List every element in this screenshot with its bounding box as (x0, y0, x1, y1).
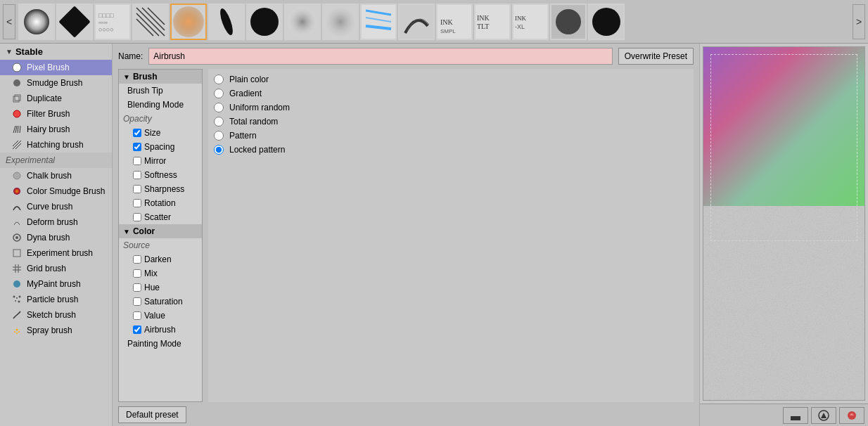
tree-item-blending-mode[interactable]: Blending Mode (119, 98, 202, 112)
preset-4[interactable] (132, 4, 169, 40)
gradient-radio[interactable] (214, 89, 224, 98)
name-label: Name: (118, 51, 143, 61)
sidebar-item-deform-brush[interactable]: Deform brush (0, 214, 112, 230)
sidebar-item-experiment-brush[interactable]: Experiment brush (0, 245, 112, 261)
preset-5-airbrush[interactable] (170, 4, 207, 40)
pattern-radio[interactable] (214, 131, 224, 141)
preset-15[interactable] (550, 4, 587, 40)
tree-item-softness[interactable]: Softness (119, 168, 202, 182)
preset-12[interactable]: INK SMPL (436, 4, 473, 40)
tree-item-brush-tip[interactable]: Brush Tip (119, 84, 202, 98)
svg-point-10 (173, 6, 204, 37)
tree-item-value[interactable]: Value (119, 309, 202, 323)
size-checkbox[interactable] (133, 129, 141, 137)
svg-point-24 (556, 9, 581, 34)
preset-9[interactable] (322, 4, 359, 40)
preset-7[interactable] (246, 4, 283, 40)
softness-checkbox[interactable] (133, 171, 141, 179)
sidebar-item-spray-brush[interactable]: Spray brush (0, 323, 112, 338)
svg-point-48 (13, 296, 15, 298)
radio-option-uniform-random[interactable]: Uniform random (214, 103, 688, 112)
sidebar-item-color-smudge-brush[interactable]: Color Smudge Brush (0, 183, 112, 199)
preview-tool-btn-2[interactable] (811, 407, 836, 424)
locked-pattern-radio[interactable] (214, 145, 224, 155)
preset-2[interactable] (56, 4, 93, 40)
svg-point-55 (18, 331, 20, 333)
chalk-brush-icon (11, 170, 23, 181)
mix-checkbox[interactable] (133, 269, 141, 278)
sidebar-item-dyna-brush[interactable]: Dyna brush (0, 230, 112, 245)
sidebar-section-experimental[interactable]: Experimental (0, 153, 112, 168)
uniform-random-radio[interactable] (214, 103, 224, 112)
preset-6[interactable] (208, 4, 245, 40)
hue-checkbox[interactable] (133, 283, 141, 292)
tree-item-darken[interactable]: Darken (119, 252, 202, 266)
svg-line-36 (15, 143, 21, 149)
sidebar-triangle-icon: ▼ (6, 48, 13, 56)
preset-1[interactable] (18, 4, 55, 40)
sidebar-item-hairy-brush[interactable]: Hairy brush (0, 122, 112, 137)
tree-item-rotation[interactable]: Rotation (119, 196, 202, 210)
preset-16[interactable] (588, 4, 625, 40)
tree-item-mirror[interactable]: Mirror (119, 154, 202, 168)
tree-item-spacing[interactable]: Spacing (119, 140, 202, 154)
sidebar-item-mypaint-brush[interactable]: MyPaint brush (0, 276, 112, 292)
preset-8[interactable] (284, 4, 321, 40)
preset-10[interactable] (360, 4, 397, 40)
overwrite-preset-button[interactable]: Overwrite Preset (618, 48, 694, 65)
sidebar-item-pixel-brush[interactable]: Pixel Brush (0, 60, 112, 75)
radio-option-total-random[interactable]: Total random (214, 117, 688, 127)
preset-11[interactable] (398, 4, 435, 40)
sidebar-item-duplicate[interactable]: Duplicate (0, 91, 112, 106)
saturation-checkbox[interactable] (133, 297, 141, 306)
preset-nav-left[interactable]: < (3, 4, 15, 39)
settings-tree: ▼ Brush Brush Tip Blending Mode Opacity (118, 69, 203, 402)
tree-section-color[interactable]: ▼ Color (119, 224, 202, 238)
plain-color-radio[interactable] (214, 75, 224, 84)
sidebar-item-curve-brush[interactable]: Curve brush (0, 199, 112, 214)
preview-tool-btn-1[interactable] (783, 407, 808, 424)
name-input[interactable] (148, 48, 612, 65)
sidebar-item-filter-brush[interactable]: Filter Brush (0, 106, 112, 122)
preview-tool-btn-3[interactable] (839, 407, 864, 424)
darken-checkbox[interactable] (133, 255, 141, 264)
radio-option-locked-pattern[interactable]: Locked pattern (214, 145, 688, 155)
mix-label: Mix (144, 269, 158, 278)
tree-item-size[interactable]: Size (119, 126, 202, 140)
saturation-label: Saturation (144, 297, 183, 306)
dyna-brush-icon (11, 232, 23, 243)
svg-text:INK: INK (477, 14, 490, 22)
total-random-label: Total random (229, 117, 278, 127)
tree-item-saturation[interactable]: Saturation (119, 295, 202, 309)
sidebar-item-sketch-brush[interactable]: Sketch brush (0, 307, 112, 323)
tree-section-brush[interactable]: ▼ Brush (119, 70, 202, 84)
sidebar-item-grid-brush[interactable]: Grid brush (0, 261, 112, 276)
tree-item-mix[interactable]: Mix (119, 266, 202, 280)
preset-3[interactable]: ○○○○ ▫▫▫▫ □□□□ (94, 4, 131, 40)
rotation-checkbox[interactable] (133, 199, 141, 207)
preset-nav-right[interactable]: > (853, 4, 865, 39)
tree-item-painting-mode[interactable]: Painting Mode (119, 337, 202, 351)
preset-14[interactable]: INK -XL (512, 4, 549, 40)
total-random-radio[interactable] (214, 117, 224, 127)
svg-point-0 (24, 9, 49, 34)
mirror-checkbox[interactable] (133, 157, 141, 165)
preset-13[interactable]: INK TLT (474, 4, 511, 40)
radio-option-gradient[interactable]: Gradient (214, 89, 688, 98)
airbrush-checkbox[interactable] (133, 325, 141, 334)
spacing-checkbox[interactable] (133, 143, 141, 151)
radio-option-pattern[interactable]: Pattern (214, 131, 688, 141)
sidebar-item-particle-brush[interactable]: Particle brush (0, 292, 112, 307)
sidebar-item-chalk-brush[interactable]: Chalk brush (0, 168, 112, 183)
tree-item-hue[interactable]: Hue (119, 280, 202, 295)
default-preset-button[interactable]: Default preset (118, 406, 186, 423)
scatter-checkbox[interactable] (133, 213, 141, 221)
sidebar-item-hatching-brush[interactable]: Hatching brush (0, 137, 112, 153)
value-checkbox[interactable] (133, 311, 141, 320)
tree-item-sharpness[interactable]: Sharpness (119, 182, 202, 196)
radio-option-plain-color[interactable]: Plain color (214, 75, 688, 84)
tree-item-airbrush[interactable]: Airbrush (119, 323, 202, 337)
sidebar-item-smudge-brush[interactable]: Smudge Brush (0, 75, 112, 91)
tree-item-scatter[interactable]: Scatter (119, 210, 202, 224)
sharpness-checkbox[interactable] (133, 185, 141, 193)
